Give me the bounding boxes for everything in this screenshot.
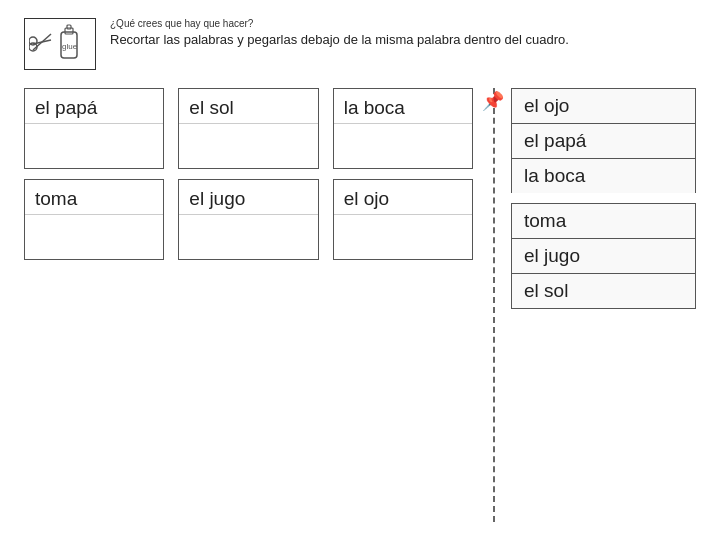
content-area: el papá el sol la boca toma el jugo [24,88,696,522]
word-card-blank-0 [25,124,163,168]
word-card-1: el sol [178,88,318,169]
right-item-2: la boca [511,158,696,193]
page: glue ¿Qué crees que hay que hacer? Recor… [0,0,720,540]
svg-text:glue: glue [62,42,78,51]
word-card-label-5: el ojo [334,180,472,215]
header-text: ¿Qué crees que hay que hacer? Recortar l… [110,18,569,47]
dashed-line [493,88,495,522]
instruction-main: Recortar las palabras y pegarlas debajo … [110,32,569,47]
word-card-blank-4 [179,215,317,259]
word-card-label-1: el sol [179,89,317,124]
word-card-blank-2 [334,124,472,168]
word-card-label-4: el jugo [179,180,317,215]
word-card-blank-5 [334,215,472,259]
divider-area: 📌 [479,88,507,522]
word-grid: el papá el sol la boca toma el jugo [24,88,473,260]
right-section: el ojo el papá la boca toma el jugo el s… [511,88,696,522]
right-item-1: el papá [511,123,696,158]
word-card-5: el ojo [333,179,473,260]
word-card-4: el jugo [178,179,318,260]
word-card-2: la boca [333,88,473,169]
header-icon: glue [24,18,96,70]
word-card-3: toma [24,179,164,260]
word-card-0: el papá [24,88,164,169]
word-card-label-2: la boca [334,89,472,124]
word-card-blank-1 [179,124,317,168]
instruction-question: ¿Qué crees que hay que hacer? [110,18,569,29]
pin-icon: 📌 [482,90,504,112]
right-item-4: el jugo [511,238,696,273]
word-card-label-0: el papá [25,89,163,124]
word-card-label-3: toma [25,180,163,215]
right-item-0: el ojo [511,88,696,123]
word-card-blank-3 [25,215,163,259]
left-section: el papá el sol la boca toma el jugo [24,88,479,522]
right-item-3: toma [511,203,696,238]
right-item-5: el sol [511,273,696,309]
header: glue ¿Qué crees que hay que hacer? Recor… [24,18,696,70]
